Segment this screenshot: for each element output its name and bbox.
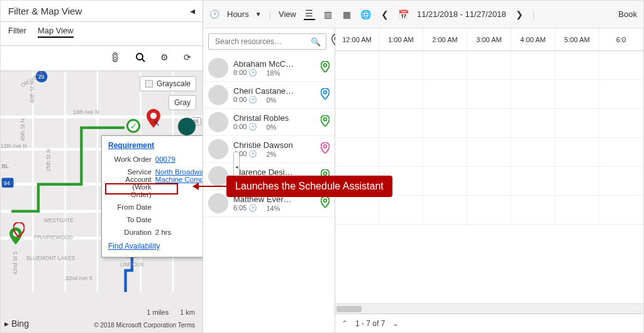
svg-text:LINCOLN: LINCOLN	[120, 261, 143, 268]
tab-map-view[interactable]: Map View	[38, 26, 74, 38]
resource-utilization: 18%	[266, 69, 280, 77]
view-grid-icon[interactable]: ▦	[341, 9, 353, 20]
resource-utilization: 2%	[266, 150, 276, 158]
location-pin-icon[interactable]	[321, 196, 330, 210]
search-icon[interactable]: 🔍	[311, 37, 321, 47]
resource-name: Abraham McC…	[233, 59, 316, 69]
svg-text:WESTGATE: WESTGATE	[43, 217, 74, 223]
view-list-icon[interactable]: ☰	[304, 9, 315, 20]
left-panel: Filter & Map View ◀ Filter Map View ⚙ ⟳	[1, 1, 203, 332]
pager-next-icon[interactable]: ⌄	[392, 319, 399, 328]
book-button[interactable]: Book	[618, 9, 637, 19]
horizontal-scrollbar[interactable]	[335, 303, 643, 313]
avatar	[208, 112, 228, 132]
hours-dropdown[interactable]: Hours▼	[227, 9, 262, 19]
resource-time: 0:00 🕒	[233, 96, 257, 104]
timeline-row[interactable]	[335, 196, 643, 225]
svg-text:42nd St S: 42nd St S	[12, 251, 18, 275]
search-resources[interactable]: 🔍	[208, 33, 326, 50]
row-label: Work Order	[109, 154, 153, 165]
map-tools: ⚙ ⟳	[1, 46, 203, 71]
layer-gray[interactable]: Gray	[169, 95, 196, 110]
timeline-row[interactable]	[335, 138, 643, 167]
resource-row[interactable]: Cheri Castane… 0:00 🕒0%	[203, 82, 335, 109]
requirement-popup: ✕ Requirement Work Order 00079 Service A…	[101, 135, 203, 257]
timeline-row[interactable]	[335, 51, 643, 80]
gear-icon[interactable]: ⚙	[160, 52, 169, 64]
location-pin-icon[interactable]	[321, 115, 330, 129]
map-marker-cluster[interactable]	[178, 118, 196, 135]
time-header-cell: 3:00 AM	[467, 28, 511, 50]
prev-icon[interactable]: ❮	[379, 9, 391, 20]
pager-range: 1 - 7 of 7	[355, 319, 385, 328]
svg-text:40th St N: 40th St N	[29, 81, 35, 104]
bing-logo: ▸ Bing	[4, 319, 29, 329]
time-header-cell: 5:00 AM	[555, 28, 599, 50]
layer-grayscale[interactable]: Grayscale	[140, 76, 196, 91]
svg-text:19th Ave N: 19th Ave N	[73, 109, 99, 115]
time-header: 12:00 AM1:00 AM2:00 AM3:00 AM4:00 AM5:00…	[335, 28, 643, 51]
resource-name: Christal Robles	[233, 113, 316, 123]
chevron-down-icon: ▼	[255, 11, 262, 18]
svg-text:BL: BL	[2, 163, 9, 169]
work-order-link[interactable]: 00079	[155, 155, 175, 163]
time-header-cell: 2:00 AM	[423, 28, 467, 50]
resource-row[interactable]: Abraham McC… 8:00 🕒18%	[203, 55, 335, 82]
svg-point-34	[324, 145, 327, 148]
pager-prev-icon[interactable]: ⌃	[341, 319, 348, 328]
svg-point-36	[324, 199, 327, 202]
location-pin-icon[interactable]	[321, 142, 330, 156]
callout-text: Launches the Schedule Assistant	[226, 176, 392, 197]
svg-text:PRAIRIEWOOD: PRAIRIEWOOD	[34, 234, 73, 240]
svg-point-1	[114, 54, 116, 55]
annotation-callout: Launches the Schedule Assistant	[192, 176, 392, 197]
resource-row[interactable]: Christal Robles 0:00 🕒0%	[203, 109, 335, 136]
search-input[interactable]	[214, 37, 311, 47]
svg-text:94: 94	[4, 180, 10, 186]
pager: ⌃ 1 - 7 of 7 ⌄	[335, 313, 643, 332]
avatar	[208, 85, 228, 105]
resource-name: Christie Dawson	[233, 140, 316, 150]
resource-time: 8:00 🕒	[233, 69, 257, 77]
view-label: View	[279, 9, 296, 19]
svg-text:12th Ave N: 12th Ave N	[1, 143, 27, 149]
app-frame: Filter & Map View ◀ Filter Map View ⚙ ⟳	[0, 0, 644, 333]
collapse-left-icon[interactable]: ◀	[190, 6, 195, 16]
resource-utilization: 0%	[266, 96, 276, 104]
svg-point-35	[324, 172, 327, 175]
scrollbar-thumb[interactable]	[336, 306, 362, 312]
time-header-cell: 6:0	[599, 28, 643, 50]
map-marker-check[interactable]: ✓	[126, 119, 140, 133]
map-credits: © 2018 Microsoft Corporation Terms	[94, 322, 195, 329]
right-panel: 🕒 Hours▼ | View ☰ ▥ ▦ 🌐 ❮ 📅 11/21/2018 -…	[203, 1, 643, 332]
from-date-value	[154, 201, 203, 213]
search-icon[interactable]	[135, 52, 145, 64]
calendar-icon[interactable]: 📅	[398, 9, 409, 20]
resource-time: 0:00 🕒	[233, 123, 257, 131]
timeline-row[interactable]	[335, 109, 643, 138]
timeline-row[interactable]	[335, 80, 643, 109]
find-availability-link[interactable]: Find Availability	[108, 242, 160, 251]
map-pin-start-b[interactable]	[13, 222, 25, 242]
next-icon[interactable]: ❯	[514, 9, 525, 20]
view-columns-icon[interactable]: ▥	[323, 9, 334, 20]
svg-point-2	[114, 57, 116, 58]
traffic-icon[interactable]	[110, 52, 120, 64]
refresh-icon[interactable]: ⟳	[184, 52, 191, 64]
svg-text:32nd Ave S: 32nd Ave S	[65, 275, 93, 281]
row-label: Duration	[109, 227, 153, 238]
tab-filter[interactable]: Filter	[8, 26, 26, 38]
date-range[interactable]: 11/21/2018 - 11/27/2018	[417, 9, 506, 19]
cursor-icon: ↖	[153, 118, 160, 128]
view-globe-icon[interactable]: 🌐	[360, 9, 372, 20]
row-label: From Date	[109, 201, 153, 213]
location-pin-icon[interactable]	[321, 88, 330, 102]
svg-point-33	[324, 118, 327, 121]
map-canvas[interactable]: 29 94 94 35 19th Ave N 12th Ave N 25th S…	[1, 71, 203, 332]
location-pin-icon[interactable]	[321, 61, 330, 75]
resource-row[interactable]: Christie Dawson 4:00 🕒2%	[203, 136, 335, 163]
resource-utilization: 14%	[266, 205, 280, 212]
requirement-link[interactable]: Requirement	[108, 141, 154, 150]
resource-name: Cheri Castane…	[233, 86, 316, 96]
time-header-cell: 1:00 AM	[379, 28, 423, 50]
